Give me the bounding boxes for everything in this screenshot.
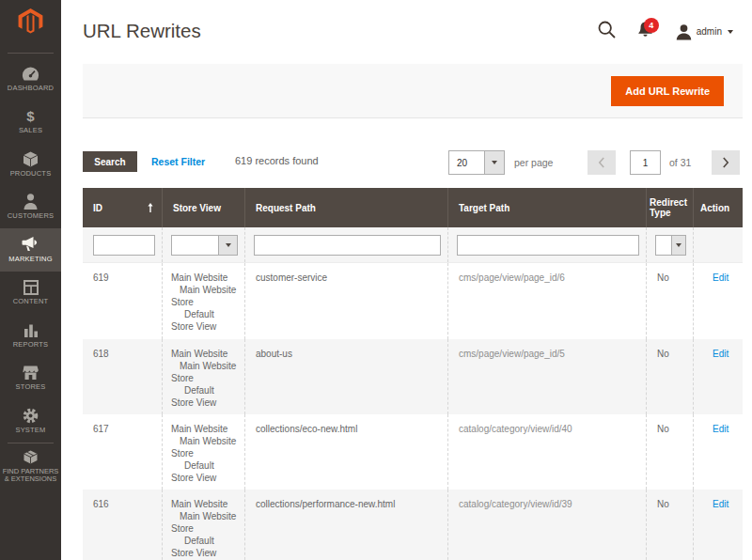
admin-menu[interactable]: admin (676, 23, 733, 40)
total-pages-label: of 31 (669, 157, 691, 168)
cell-id: 616 (83, 490, 162, 560)
cell-id: 618 (83, 339, 162, 414)
cell-id: 617 (83, 414, 162, 490)
table-header-row: IDStore ViewRequest PathTarget PathRedir… (83, 188, 743, 227)
main-area: URL Rewrites 4 admin Add URL Rewrite Sea… (61, 0, 752, 560)
chevron-right-icon (722, 157, 729, 168)
add-url-rewrite-button[interactable]: Add URL Rewrite (611, 76, 724, 106)
chevron-left-icon (598, 157, 605, 168)
table-row: 617Main WebsiteMain Website StoreDefault… (83, 414, 743, 490)
sidebar-item-system[interactable]: System (0, 399, 61, 443)
products-icon (23, 151, 39, 167)
sidebar: Dashboard$SalesProductsCustomersMarketin… (0, 0, 61, 560)
magento-logo[interactable] (17, 8, 44, 34)
cell-redirect-type: No (646, 414, 693, 490)
cell-request-path: collections/performance-new.html (244, 490, 447, 560)
sidebar-item-products[interactable]: Products (0, 143, 61, 186)
stores-icon (23, 365, 39, 381)
sidebar-item-customers[interactable]: Customers (0, 186, 61, 229)
sidebar-item-label: Reports (13, 341, 49, 350)
sidebar-item-label: Content (13, 298, 49, 306)
table-filter-row (83, 227, 743, 263)
cell-target-path: catalog/category/view/id/39 (447, 490, 646, 560)
customers-icon (24, 194, 38, 210)
grid-search-button[interactable]: Search (83, 151, 137, 172)
page-toolbar: Add URL Rewrite (83, 64, 743, 118)
cell-action: Edit (693, 490, 743, 560)
page-number-input[interactable] (630, 150, 661, 175)
page-title: URL Rewrites (83, 22, 201, 40)
cell-request-path: customer-service (244, 263, 447, 339)
records-found-text: 619 records found (235, 155, 319, 166)
filter-store-view-select[interactable] (171, 235, 238, 256)
sidebar-item-label: Sales (19, 127, 42, 135)
cell-store-view: Main WebsiteMain Website StoreDefault St… (162, 490, 244, 560)
edit-link[interactable]: Edit (713, 349, 728, 359)
grid-controls: Search Reset Filter 619 records found 20… (83, 150, 743, 175)
column-header-target-path[interactable]: Target Path (447, 188, 646, 227)
notifications-button[interactable]: 4 (636, 21, 654, 42)
sidebar-item-label: Find Partners & Extensions (1, 468, 61, 484)
per-page-select[interactable]: 20 (448, 150, 505, 175)
chevron-down-icon (492, 161, 497, 164)
sidebar-item-label: Stores (16, 383, 46, 392)
cell-request-path: collections/eco-new.html (244, 414, 447, 490)
column-header-request-path[interactable]: Request Path (244, 188, 447, 227)
cell-redirect-type: No (646, 490, 693, 560)
url-rewrites-table: IDStore ViewRequest PathTarget PathRedir… (83, 188, 743, 560)
table-body: 619Main WebsiteMain Website StoreDefault… (83, 263, 743, 560)
chevron-down-icon (728, 30, 733, 34)
cell-target-path: cms/page/view/page_id/6 (447, 263, 646, 339)
chevron-down-icon (676, 243, 682, 247)
cell-target-path: catalog/category/view/id/40 (447, 414, 646, 490)
search-icon[interactable] (597, 20, 617, 43)
previous-page-button[interactable] (588, 150, 616, 175)
table-row: 616Main WebsiteMain Website StoreDefault… (83, 490, 743, 560)
sidebar-item-content[interactable]: Content (0, 272, 61, 315)
filter-id-input[interactable] (93, 235, 155, 256)
reports-icon (24, 322, 39, 338)
cell-action: Edit (693, 414, 743, 490)
sidebar-item-label: System (15, 427, 45, 435)
column-header-store-view[interactable]: Store View (162, 188, 244, 227)
edit-link[interactable]: Edit (713, 424, 728, 434)
marketing-icon (22, 237, 39, 253)
sidebar-item-dashboard[interactable]: Dashboard (0, 57, 61, 101)
edit-link[interactable]: Edit (713, 499, 728, 509)
cell-target-path: cms/page/view/page_id/5 (447, 339, 646, 414)
cell-redirect-type: No (646, 263, 693, 339)
table-row: 619Main WebsiteMain Website StoreDefault… (83, 263, 743, 339)
cell-id: 619 (83, 263, 162, 339)
per-page-select-button[interactable] (484, 151, 504, 174)
sidebar-divider (8, 443, 54, 443)
sidebar-item-sales[interactable]: $Sales (0, 101, 61, 144)
sidebar-item-label: Customers (8, 212, 55, 221)
sidebar-item-find-partners-extensions[interactable]: Find Partners & Extensions (0, 446, 61, 488)
sidebar-item-stores[interactable]: Stores (0, 357, 61, 400)
system-icon (23, 408, 39, 424)
content-icon (24, 279, 39, 295)
sidebar-item-reports[interactable]: Reports (0, 314, 61, 357)
cell-action: Edit (693, 339, 743, 414)
filter-redirect-type-select[interactable] (655, 235, 686, 256)
reset-filter-link[interactable]: Reset Filter (151, 156, 205, 167)
column-header-id[interactable]: ID (83, 188, 162, 227)
column-header-action[interactable]: Action (693, 188, 743, 227)
notification-badge: 4 (644, 18, 659, 33)
sidebar-item-marketing[interactable]: Marketing (0, 228, 61, 272)
find-partners-icon (23, 449, 39, 465)
table-row: 618Main WebsiteMain Website StoreDefault… (83, 339, 743, 414)
admin-username: admin (697, 26, 722, 37)
edit-link[interactable]: Edit (713, 272, 728, 283)
sidebar-item-label: Marketing (8, 256, 52, 264)
user-icon (676, 23, 692, 40)
filter-target-path-input[interactable] (457, 235, 639, 256)
cell-store-view: Main WebsiteMain Website StoreDefault St… (162, 263, 244, 339)
filter-request-path-input[interactable] (254, 235, 441, 256)
column-header-redirect-type[interactable]: Redirect Type (646, 188, 693, 227)
cell-redirect-type: No (646, 339, 693, 414)
next-page-button[interactable] (712, 150, 740, 175)
sort-asc-icon (148, 203, 153, 214)
chevron-down-icon (226, 243, 231, 247)
cell-store-view: Main WebsiteMain Website StoreDefault St… (162, 339, 244, 414)
